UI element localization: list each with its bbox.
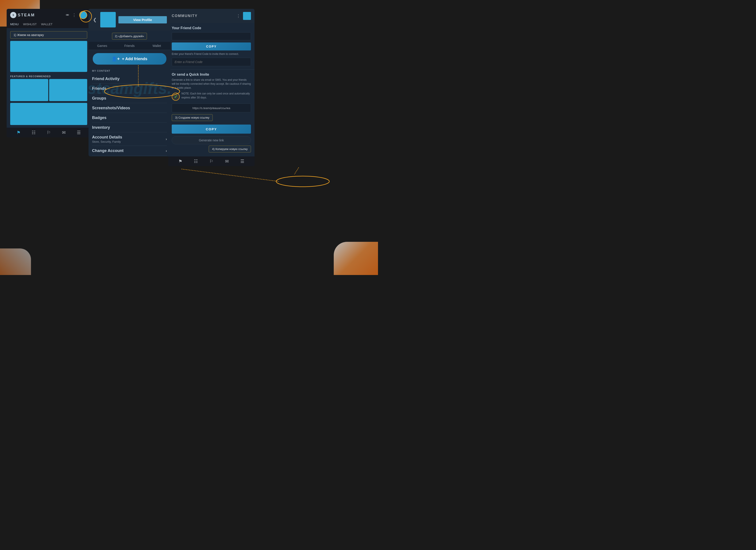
profile-panel: ❮ View Profile 2) «Добавить друзей» Game… (89, 9, 170, 157)
steam-main-image (10, 41, 87, 72)
friend-code-input[interactable] (172, 58, 251, 66)
callout-1: 1) Жмем на аватарку (10, 31, 87, 39)
bottom-list-icon[interactable]: ☷ (32, 130, 36, 135)
community-header: COMMUNITY ⋮ (168, 9, 255, 23)
featured-grid (7, 79, 91, 125)
view-profile-button[interactable]: View Profile (118, 16, 167, 23)
check-mark-icon: ✓ (174, 94, 178, 99)
steam-logo-text: STEAM (18, 13, 35, 17)
tab-wallet[interactable]: Wallet (143, 42, 170, 50)
note-row: ✓ NOTE: Each link can only be used once … (172, 92, 251, 102)
tab-friends[interactable]: Friends (116, 42, 143, 50)
bottom-shield-icon[interactable]: ⚐ (47, 130, 51, 135)
friend-code-section: Your Friend Code COPY Enter your friend'… (168, 23, 255, 70)
community-header-right: ⋮ (236, 12, 251, 20)
menu-item-badges[interactable]: Badges (92, 113, 167, 123)
profile-top: ❮ View Profile (89, 9, 170, 31)
quick-invite-section: Or send a Quick Invite Generate a link t… (168, 70, 255, 156)
quick-invite-title: Or send a Quick Invite (172, 73, 251, 77)
profile-avatar (100, 12, 116, 27)
nav-wishlist[interactable]: WISHLIST (23, 23, 37, 26)
menu-item-groups[interactable]: Groups (92, 93, 167, 103)
callout-3: 3) Создаем новую ссылку (172, 114, 213, 121)
community-bottom-shield-icon[interactable]: ⚐ (209, 159, 213, 164)
callout-2-wrapper: 2) «Добавить друзей» (89, 31, 170, 42)
menu-item-friends[interactable]: Friends (92, 84, 167, 93)
featured-item-1[interactable] (10, 79, 48, 101)
menu-items: Friend Activity Friends Groups Screensho… (89, 73, 170, 157)
steam-bottom-nav: ⚑ ☷ ⚐ ✉ ☰ (7, 128, 91, 137)
friend-code-helper: Enter your friend's Friend Code to invit… (172, 52, 251, 56)
add-friends-wrapper: 👤+ + Add friends (89, 50, 170, 68)
check-circle-wrapper: ✓ (172, 93, 180, 101)
add-friends-icon: 👤+ (112, 56, 120, 62)
featured-item-3[interactable] (10, 103, 87, 125)
menu-item-inventory[interactable]: Inventory (92, 123, 167, 132)
copy-invite-link-button[interactable]: COPY (172, 125, 251, 134)
more-icon[interactable]: ⋮ (72, 13, 76, 17)
community-bottom-tag-icon[interactable]: ⚑ (178, 159, 182, 164)
featured-label: FEATURED & RECOMMENDED (7, 73, 91, 79)
featured-item-2[interactable] (49, 79, 87, 101)
menu-item-friend-activity[interactable]: Friend Activity (92, 74, 167, 84)
callout-2: 2) «Добавить друзей» (112, 33, 147, 40)
steam-logo: S STEAM (10, 12, 35, 18)
steam-header-icons: ⚮ ⋮ (66, 11, 87, 19)
menu-item-screenshots[interactable]: Screenshots/Videos (92, 103, 167, 113)
community-avatar (243, 12, 251, 20)
community-more-icon[interactable]: ⋮ (236, 14, 240, 18)
friend-code-box (172, 32, 251, 40)
quick-invite-desc: Generate a link to share via email or SM… (172, 78, 251, 90)
bottom-bell-icon[interactable]: ✉ (62, 130, 66, 135)
callout-4-row: Generate new link (172, 135, 251, 144)
note-text: NOTE: Each link can only be used once an… (181, 92, 251, 100)
community-title: COMMUNITY (172, 14, 198, 18)
avatar[interactable] (79, 11, 87, 19)
steam-nav: MENU WISHLIST WALLET (7, 21, 91, 28)
invite-link-box: https://s.team/p/ваша/ссылка (172, 104, 251, 112)
steam-header: S STEAM ⚮ ⋮ (7, 9, 91, 21)
tab-games[interactable]: Games (89, 42, 116, 50)
account-details-arrow: › (166, 137, 167, 141)
nav-wallet[interactable]: WALLET (41, 23, 53, 26)
copy-friend-code-button[interactable]: COPY (172, 43, 251, 50)
back-button[interactable]: ❮ (92, 16, 98, 23)
search-icon[interactable]: ⚮ (66, 13, 69, 17)
friend-code-title: Your Friend Code (172, 26, 251, 30)
add-friends-button[interactable]: 👤+ + Add friends (93, 53, 166, 65)
community-bottom-list-icon[interactable]: ☷ (194, 159, 198, 164)
nav-menu[interactable]: MENU (10, 23, 19, 26)
community-bottom-menu-icon[interactable]: ☰ (240, 159, 244, 164)
community-bottom-bell-icon[interactable]: ✉ (225, 159, 229, 164)
steam-logo-icon: S (10, 12, 16, 18)
steam-panel: S STEAM ⚮ ⋮ MENU WISHLIST WALLET 1) Жмем… (7, 9, 91, 137)
menu-item-change-account[interactable]: Change Account › (92, 146, 167, 156)
profile-tabs: Games Friends Wallet (89, 42, 170, 50)
bottom-tag-icon[interactable]: ⚑ (17, 130, 21, 135)
my-content-label: MY CONTENT (89, 68, 170, 73)
menu-item-account-details[interactable]: Account Details Store, Security, Family … (92, 132, 167, 146)
community-bottom-nav: ⚑ ☷ ⚐ ✉ ☰ (168, 157, 255, 166)
bottom-menu-icon[interactable]: ☰ (77, 130, 81, 135)
change-account-arrow: › (166, 149, 167, 153)
callout-3-row: 3) Создаем новую ссылку (172, 114, 251, 123)
invite-link-text: https://s.team/p/ваша/ссылка (193, 106, 230, 110)
callout-4-wrapper: 4) Копируем новую ссылку (172, 146, 251, 153)
check-circle: ✓ (172, 93, 180, 101)
community-panel: COMMUNITY ⋮ Your Friend Code COPY Enter … (168, 9, 255, 166)
generate-link-button[interactable]: Generate new link (172, 136, 251, 144)
callout-4: 4) Копируем новую ссылку (209, 146, 251, 153)
